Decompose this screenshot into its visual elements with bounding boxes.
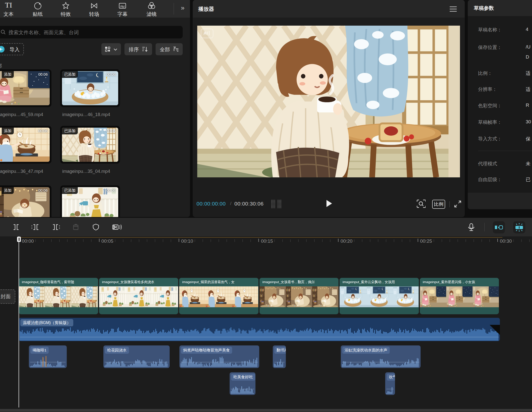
svg-text:TI: TI	[5, 1, 12, 9]
